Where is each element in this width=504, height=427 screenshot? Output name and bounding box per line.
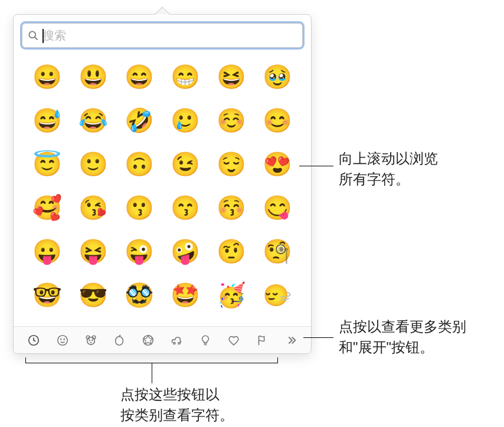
search-box[interactable] — [22, 23, 303, 48]
emoji-cell[interactable]: 🤨 — [216, 237, 247, 267]
category-more-button[interactable] — [277, 327, 305, 353]
emoji-cell[interactable]: 😂 — [78, 106, 109, 136]
svg-point-4 — [60, 339, 61, 339]
callout-more-categories: 点按以查看更多类别 和"展开"按钮。 — [339, 317, 466, 358]
emoji-grid: 😀😃😄😁😆🥹😅😂🤣🥲☺️😊😇🙂🙃😉😌😍🥰😘😗😙😚😋😛😝😜🤪🤨🧐🤓😎🥸🤩🥳🙂‍↔️ — [24, 62, 300, 311]
emoji-scroll-area[interactable]: 😀😃😄😁😆🥹😅😂🤣🥲☺️😊😇🙂🙃😉😌😍🥰😘😗😙😚😋😛😝😜🤪🤨🧐🤓😎🥸🤩🥳🙂‍↔️ — [14, 54, 311, 326]
emoji-cell[interactable]: 🧐 — [262, 237, 293, 267]
callout-text: 点按这些按钮以 按类别查看字符。 — [120, 386, 234, 423]
emoji-cell[interactable]: 🥲 — [170, 106, 201, 136]
callout-text: 向上滚动以浏览 所有字符。 — [339, 150, 438, 187]
svg-point-10 — [92, 340, 93, 340]
travel-icon — [170, 334, 183, 347]
frequently-used-icon — [27, 334, 40, 347]
emoji-cell[interactable]: 😇 — [32, 149, 63, 180]
callout-scroll-up: 向上滚动以浏览 所有字符。 — [339, 149, 438, 190]
emoji-cell[interactable]: 😄 — [124, 62, 155, 93]
svg-point-5 — [64, 339, 64, 339]
character-viewer-popover: 😀😃😄😁😆🥹😅😂🤣🥲☺️😊😇🙂🙃😉😌😍🥰😘😗😙😚😋😛😝😜🤪🤨🧐🤓😎🥸🤩🥳🙂‍↔️ — [13, 14, 312, 354]
category-objects-button[interactable] — [191, 327, 219, 353]
category-symbols-button[interactable] — [220, 327, 248, 353]
category-flags-button[interactable] — [248, 327, 276, 353]
emoji-cell[interactable]: 🙂‍↔️ — [262, 280, 293, 311]
category-frequently-used-button[interactable] — [19, 327, 48, 353]
emoji-cell[interactable]: 🤣 — [124, 106, 155, 136]
leader-line — [152, 363, 152, 383]
svg-point-13 — [178, 342, 180, 344]
category-bar — [14, 326, 311, 353]
emoji-cell[interactable]: 😙 — [170, 193, 201, 224]
emoji-cell[interactable]: 🥰 — [32, 193, 63, 224]
emoji-cell[interactable]: 🥸 — [124, 280, 155, 311]
callout-category-buttons: 点按这些按钮以 按类别查看字符。 — [120, 385, 234, 426]
emoji-cell[interactable]: 😜 — [124, 237, 155, 267]
search-icon — [27, 29, 39, 41]
category-food-button[interactable] — [105, 327, 133, 353]
emoji-cell[interactable]: 🙂 — [78, 149, 109, 180]
svg-point-3 — [57, 335, 67, 345]
emoji-cell[interactable]: 😋 — [262, 193, 293, 224]
svg-point-6 — [87, 337, 95, 344]
svg-line-1 — [35, 37, 38, 40]
category-smileys-button[interactable] — [48, 327, 76, 353]
emoji-cell[interactable]: 😎 — [78, 280, 109, 311]
svg-point-12 — [174, 342, 175, 344]
emoji-cell[interactable]: 😘 — [78, 193, 109, 224]
category-travel-button[interactable] — [162, 327, 191, 353]
flags-icon — [256, 334, 269, 347]
search-row — [14, 15, 311, 54]
emoji-cell[interactable]: 😁 — [170, 62, 201, 93]
emoji-cell[interactable]: 😗 — [124, 193, 155, 224]
emoji-cell[interactable]: 🙃 — [124, 149, 155, 180]
character-viewer-panel: 😀😃😄😁😆🥹😅😂🤣🥲☺️😊😇🙂🙃😉😌😍🥰😘😗😙😚😋😛😝😜🤪🤨🧐🤓😎🥸🤩🥳🙂‍↔️ — [13, 14, 312, 354]
emoji-cell[interactable]: 🥳 — [216, 280, 247, 311]
leader-line — [299, 166, 333, 166]
smileys-icon — [56, 334, 69, 347]
svg-point-9 — [89, 340, 90, 340]
search-input[interactable] — [39, 29, 302, 42]
svg-point-0 — [29, 31, 35, 38]
activity-icon — [142, 334, 155, 347]
food-icon — [113, 334, 126, 347]
emoji-cell[interactable]: 😌 — [216, 149, 247, 180]
emoji-cell[interactable]: 😅 — [32, 106, 63, 136]
callout-text: 点按以查看更多类别 和"展开"按钮。 — [339, 318, 466, 355]
emoji-cell[interactable]: 😉 — [170, 149, 201, 180]
emoji-cell[interactable]: 🤩 — [170, 280, 201, 311]
symbols-icon — [227, 334, 240, 347]
popover-arrow — [154, 6, 171, 15]
emoji-cell[interactable]: 😆 — [216, 62, 247, 93]
emoji-cell[interactable]: 😊 — [262, 106, 293, 136]
callout-bracket — [25, 357, 278, 363]
animals-icon — [84, 334, 97, 347]
emoji-cell[interactable]: 🤓 — [32, 280, 63, 311]
category-animals-button[interactable] — [77, 327, 105, 353]
leader-line — [303, 337, 333, 338]
emoji-cell[interactable]: 😚 — [216, 193, 247, 224]
more-icon — [284, 334, 297, 347]
emoji-cell[interactable]: 🤪 — [170, 237, 201, 267]
emoji-cell[interactable]: 🥹 — [262, 62, 293, 93]
emoji-cell[interactable]: 😍 — [262, 149, 293, 180]
text-caret — [42, 29, 44, 43]
emoji-cell[interactable]: 😝 — [78, 237, 109, 267]
emoji-cell[interactable]: 😛 — [32, 237, 63, 267]
emoji-cell[interactable]: 😃 — [78, 62, 109, 93]
emoji-cell[interactable]: 😀 — [32, 62, 63, 93]
category-activity-button[interactable] — [134, 327, 162, 353]
emoji-cell[interactable]: ☺️ — [216, 106, 247, 136]
objects-icon — [199, 334, 212, 347]
